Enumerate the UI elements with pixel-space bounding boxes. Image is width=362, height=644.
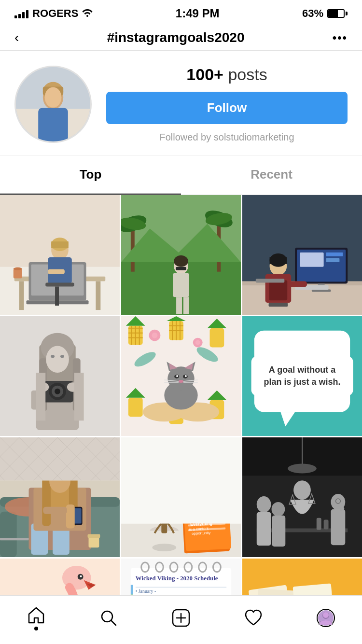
svg-point-41 (174, 255, 188, 267)
status-bar: ROGERS 1:49 PM 63% (0, 0, 362, 25)
svg-point-70 (46, 346, 69, 373)
svg-point-124 (179, 380, 183, 383)
nav-profile[interactable] (306, 606, 345, 630)
svg-rect-59 (270, 257, 287, 264)
grid-cell-7[interactable] (0, 437, 120, 557)
tab-recent[interactable]: Recent (181, 155, 362, 195)
svg-rect-42 (176, 267, 186, 270)
page-title: #instagramgoals2020 (107, 30, 245, 45)
svg-rect-150 (43, 507, 67, 514)
svg-line-253 (111, 620, 116, 625)
svg-point-6 (45, 87, 62, 107)
svg-rect-19 (45, 283, 74, 287)
svg-rect-20 (55, 286, 59, 306)
followed-by-text: Followed by solstudiomarketing (159, 132, 294, 143)
svg-rect-21 (48, 269, 65, 274)
svg-rect-106 (128, 398, 143, 417)
grid-cell-4[interactable] (0, 316, 120, 436)
svg-rect-48 (300, 252, 324, 267)
svg-point-260 (323, 612, 329, 618)
tab-top[interactable]: Top (0, 155, 181, 195)
svg-rect-149 (66, 504, 75, 529)
svg-rect-10 (19, 281, 24, 310)
grid-cell-8[interactable]: Everything is a content opportunity (121, 437, 241, 557)
svg-rect-38 (173, 273, 189, 297)
svg-point-122 (176, 375, 178, 377)
svg-rect-39 (176, 297, 182, 314)
svg-rect-3 (38, 108, 68, 141)
grid-cell-5[interactable] (121, 316, 241, 436)
svg-rect-204 (242, 437, 362, 557)
svg-rect-11 (96, 281, 100, 310)
svg-rect-152 (0, 437, 120, 480)
svg-rect-22 (14, 269, 22, 279)
more-button[interactable]: ••• (333, 31, 348, 44)
svg-rect-56 (269, 280, 288, 301)
back-button[interactable]: ‹ (14, 30, 19, 45)
quote-text: A goal without a plan is just a wish. (251, 356, 353, 396)
signal-icon (14, 9, 28, 18)
status-time: 1:49 PM (176, 7, 220, 20)
svg-text:• January -: • January - (136, 588, 156, 594)
svg-rect-50 (326, 258, 340, 262)
tabs: Top Recent (0, 155, 362, 195)
grid-cell-3[interactable] (242, 195, 362, 315)
nav-likes[interactable] (234, 606, 273, 630)
add-icon (171, 608, 191, 628)
svg-point-123 (185, 375, 187, 377)
svg-rect-57 (288, 281, 307, 287)
svg-point-214 (80, 575, 82, 577)
grid-cell-1[interactable] (0, 195, 120, 315)
grid-cell-6[interactable]: A goal without a plan is just a wish. (242, 316, 362, 436)
svg-rect-18 (51, 241, 69, 248)
svg-rect-40 (183, 297, 189, 314)
bottom-nav (0, 595, 362, 644)
nav-home[interactable] (17, 603, 56, 632)
svg-rect-98 (210, 328, 224, 348)
avatar (14, 66, 92, 143)
svg-rect-156 (0, 538, 29, 540)
svg-point-101 (152, 333, 157, 338)
svg-text:Wicked Viking - 2020 Schedule: Wicked Viking - 2020 Schedule (136, 575, 218, 582)
svg-point-76 (55, 389, 60, 394)
nav-add[interactable] (162, 606, 200, 630)
svg-rect-81 (74, 373, 84, 420)
heart-icon (244, 608, 263, 628)
svg-point-71 (51, 355, 55, 358)
svg-rect-49 (326, 252, 343, 256)
battery-icon (327, 9, 348, 18)
nav-search[interactable] (89, 606, 128, 630)
svg-point-23 (14, 267, 22, 270)
posts-count: 100+ posts (186, 65, 267, 84)
svg-rect-61 (269, 303, 288, 307)
svg-rect-185 (121, 437, 241, 524)
carrier-label: ROGERS (32, 7, 78, 20)
wifi-icon (82, 8, 93, 19)
svg-rect-135 (0, 512, 17, 557)
svg-point-163 (152, 544, 176, 551)
svg-rect-238 (131, 585, 133, 595)
search-icon (99, 608, 118, 628)
navbar: ‹ #instagramgoals2020 ••• (0, 25, 362, 51)
svg-point-103 (195, 340, 200, 345)
profile-section: 100+ posts Follow Followed by solstudiom… (0, 51, 362, 155)
home-icon (27, 605, 46, 625)
svg-rect-158 (88, 534, 100, 538)
grid-cell-2[interactable] (121, 195, 241, 315)
profile-icon (316, 608, 335, 628)
profile-info: 100+ posts Follow Followed by solstudiom… (106, 65, 348, 143)
grid-cell-9[interactable] (242, 437, 362, 557)
svg-point-72 (60, 355, 64, 358)
battery-percent: 63% (302, 7, 323, 20)
home-active-dot (34, 627, 38, 630)
svg-rect-80 (36, 373, 45, 420)
svg-rect-60 (256, 279, 285, 283)
follow-button[interactable]: Follow (106, 92, 348, 124)
photo-grid: A goal without a plan is just a wish. (0, 195, 362, 644)
